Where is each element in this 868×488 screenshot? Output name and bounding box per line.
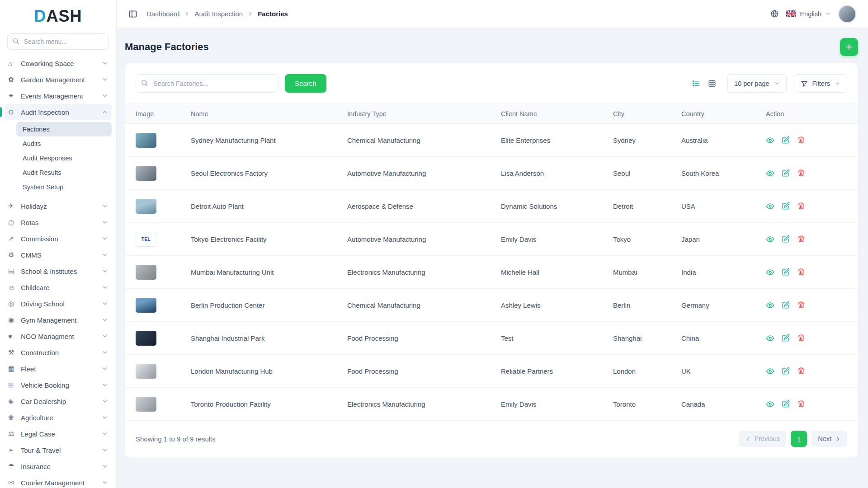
edit-button[interactable] <box>782 136 790 144</box>
search-icon <box>12 38 19 47</box>
sidebar-item-commission[interactable]: ↗ Commission <box>5 230 112 247</box>
breadcrumb-dashboard[interactable]: Dashboard <box>146 10 179 18</box>
edit-button[interactable] <box>782 202 790 210</box>
user-avatar[interactable] <box>838 5 856 23</box>
edit-button[interactable] <box>782 169 790 177</box>
view-button[interactable] <box>766 400 774 408</box>
city: Detroit <box>613 202 681 210</box>
sidebar-item-garden-management[interactable]: ✿ Garden Management <box>5 71 112 88</box>
city: London <box>613 367 681 375</box>
delete-button[interactable] <box>797 400 805 408</box>
sidebar-item-courier-management[interactable]: ✉ Courier Management <box>5 474 112 488</box>
sidebar-item-vehicle-booking[interactable]: ⊞ Vehicle Booking <box>5 377 112 393</box>
factory-name: Tokyo Electronics Facility <box>191 235 347 243</box>
language-selector[interactable]: English <box>786 10 831 18</box>
table-row: Sydney Manufacturing PlantChemical Manuf… <box>125 124 858 157</box>
edit-button[interactable] <box>782 334 790 342</box>
sidebar-item-legal-case[interactable]: ⚖ Legal Case <box>5 426 112 442</box>
sidebar-item-car-dealership[interactable]: ◈ Car Dealership <box>5 393 112 409</box>
sidebar-item-agriculture[interactable]: ❀ Agriculture <box>5 409 112 426</box>
page-1-button[interactable]: 1 <box>791 431 807 447</box>
country: China <box>681 334 766 342</box>
client-name: Test <box>501 334 613 342</box>
city: Tokyo <box>613 235 681 243</box>
sidebar-item-ngo-managment[interactable]: ♥ NGO Managment <box>5 328 112 344</box>
view-button[interactable] <box>766 367 774 375</box>
edit-button[interactable] <box>782 268 790 276</box>
sidebar-item-holidayz[interactable]: ✈ Holidayz <box>5 198 112 214</box>
breadcrumb: Dashboard Audit Inspection Factories <box>146 10 288 18</box>
sidebar-item-driving-school[interactable]: ◎ Driving School <box>5 296 112 312</box>
driving-school-icon: ◎ <box>8 300 21 308</box>
edit-button[interactable] <box>782 367 790 375</box>
courier-management-icon: ✉ <box>8 479 21 487</box>
chevron-down-icon <box>102 333 108 339</box>
view-button[interactable] <box>766 169 774 178</box>
sidebar-search-input[interactable] <box>7 33 109 50</box>
delete-button[interactable] <box>797 301 805 309</box>
sidebar-item-rotas[interactable]: ◷ Rotas <box>5 214 112 230</box>
add-factory-button[interactable] <box>840 38 858 56</box>
factories-search-input[interactable] <box>136 74 278 93</box>
car-dealership-icon: ◈ <box>8 397 21 405</box>
delete-button[interactable] <box>797 136 805 144</box>
edit-button[interactable] <box>782 301 790 309</box>
next-page-button[interactable]: Next <box>811 431 847 447</box>
globe-icon[interactable] <box>770 9 779 18</box>
sidebar-item-audit-inspection[interactable]: ⊙ Audit Inspection <box>5 104 112 120</box>
delete-button[interactable] <box>797 334 805 342</box>
view-button[interactable] <box>766 136 774 145</box>
sidebar-item-gym-management[interactable]: ◉ Gym Management <box>5 312 112 328</box>
industry-type: Electronics Manufacturing <box>347 268 501 276</box>
audit-inspection-icon: ⊙ <box>8 108 21 116</box>
gym-management-icon: ◉ <box>8 316 21 324</box>
edit-button[interactable] <box>782 400 790 408</box>
sidebar-item-fleet[interactable]: ▦ Fleet <box>5 361 112 377</box>
sidebar-item-construction[interactable]: ⚒ Construction <box>5 344 112 361</box>
delete-button[interactable] <box>797 268 805 276</box>
delete-button[interactable] <box>797 367 805 375</box>
view-button[interactable] <box>766 268 774 277</box>
edit-button[interactable] <box>782 235 790 243</box>
view-button[interactable] <box>766 334 774 343</box>
sidebar-subitem-audits[interactable]: Audits <box>16 136 112 151</box>
sidebar-subitem-audit-results[interactable]: Audit Results <box>16 165 112 180</box>
country: Japan <box>681 235 766 243</box>
search-button[interactable]: Search <box>285 74 326 93</box>
grid-view-button[interactable] <box>704 75 720 92</box>
sidebar-subitem-audit-responses[interactable]: Audit Responses <box>16 151 112 165</box>
view-button[interactable] <box>766 301 774 310</box>
chevron-down-icon <box>102 398 108 404</box>
per-page-select[interactable]: 10 per page <box>727 74 786 93</box>
sidebar-item-school-institutes[interactable]: ▤ School & Institutes <box>5 263 112 279</box>
view-button[interactable] <box>766 235 774 244</box>
filters-button[interactable]: Filters <box>794 74 847 93</box>
sidebar-toggle-icon[interactable] <box>128 9 137 19</box>
sidebar-item-events-management[interactable]: ✦ Events Management <box>5 88 112 104</box>
breadcrumb-audit-inspection[interactable]: Audit Inspection <box>194 10 243 18</box>
chevron-down-icon <box>102 252 108 258</box>
sidebar-item-coworking-space[interactable]: ⌂ Coworking Space <box>5 55 112 71</box>
delete-button[interactable] <box>797 202 805 210</box>
client-name: Michelle Hall <box>501 268 613 276</box>
column-header-name: Name <box>191 110 347 117</box>
chevron-right-icon <box>184 11 190 17</box>
client-name: Emily Davis <box>501 235 613 243</box>
list-view-button[interactable] <box>688 75 704 92</box>
client-name: Emily Davis <box>501 400 613 408</box>
sidebar-item-cmms[interactable]: ⚙ CMMS <box>5 247 112 263</box>
view-button[interactable] <box>766 202 774 211</box>
chevron-down-icon <box>102 76 108 83</box>
sidebar-subitem-system-setup[interactable]: System Setup <box>16 180 112 194</box>
previous-label: Previous <box>755 435 780 442</box>
sidebar-item-childcare[interactable]: ☺ Childcare <box>5 279 112 296</box>
sidebar-item-insurance[interactable]: ☂ Insurance <box>5 458 112 474</box>
factory-thumbnail <box>136 199 156 214</box>
sidebar-item-label: NGO Managment <box>21 333 102 340</box>
sidebar-subitem-factories[interactable]: Factories <box>16 122 112 136</box>
delete-button[interactable] <box>797 235 805 243</box>
industry-type: Aerospace & Defense <box>347 202 501 210</box>
previous-page-button[interactable]: Previous <box>739 431 786 447</box>
delete-button[interactable] <box>797 169 805 177</box>
sidebar-item-tour-travel[interactable]: ➢ Tour & Travel <box>5 442 112 458</box>
